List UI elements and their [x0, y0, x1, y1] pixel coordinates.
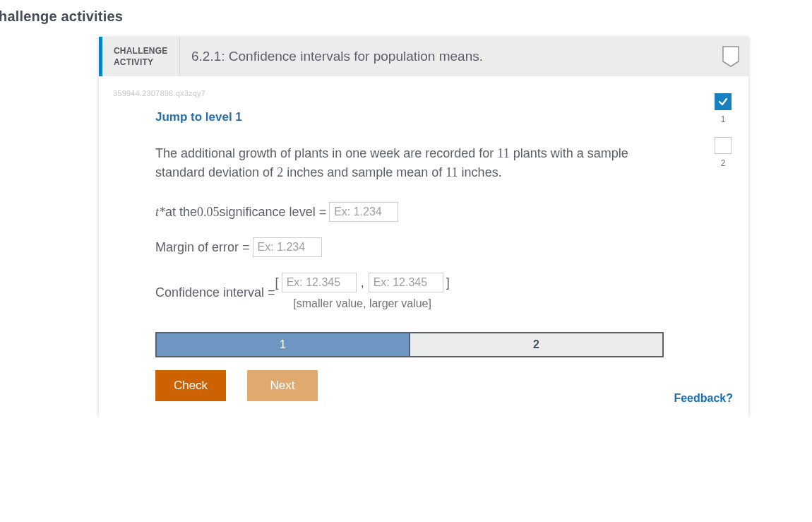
button-row: Check Next — [155, 370, 671, 401]
card-body: 359944.2307896.qx3zqy7 1 2 Jump to level… — [99, 76, 748, 417]
challenge-activity-card: CHALLENGE ACTIVITY 6.2.1: Confidence int… — [99, 37, 748, 417]
empty-box-icon — [715, 137, 732, 154]
prompt-n-plants: 11 — [497, 146, 509, 160]
next-button[interactable]: Next — [247, 370, 318, 401]
tstar-input[interactable] — [329, 202, 398, 222]
ci-label: Confidence interval = — [155, 283, 275, 302]
progress-step-1[interactable]: 1 — [157, 333, 410, 356]
moe-row: Margin of error = — [155, 237, 671, 257]
ci-row: Confidence interval = [ , ] [smaller val… — [155, 273, 671, 312]
tstar-label-suffix: significance level = — [220, 203, 327, 222]
badge-line-2: ACTIVITY — [114, 57, 172, 68]
level-chip-2-label: 2 — [721, 157, 726, 170]
tstar-alpha: 0.05 — [197, 203, 220, 222]
badge-line-1: CHALLENGE — [114, 45, 172, 57]
step-progress-bar: 1 2 — [155, 332, 664, 357]
jump-to-level-link[interactable]: Jump to level 1 — [155, 108, 242, 126]
ci-upper-input[interactable] — [369, 273, 443, 292]
prompt-part3: inches and sample mean of — [283, 165, 446, 179]
page-heading: hallenge activities — [0, 6, 812, 27]
tstar-row: t* at the 0.05 significance level = — [155, 202, 671, 222]
activity-type-badge: CHALLENGE ACTIVITY — [102, 37, 180, 76]
ci-close-bracket: ] — [446, 273, 450, 292]
prompt-part4: inches. — [458, 165, 502, 179]
progress-step-2[interactable]: 2 — [410, 333, 662, 356]
bookmark-pocket-icon[interactable] — [720, 37, 748, 76]
feedback-link[interactable]: Feedback? — [674, 390, 733, 407]
level-chip-1[interactable]: 1 — [714, 93, 732, 126]
prompt-part1: The additional growth of plants in one w… — [155, 146, 497, 160]
ci-separator: , — [359, 273, 366, 292]
level-progress-rail: 1 2 — [713, 93, 733, 170]
session-id: 359944.2307896.qx3zqy7 — [113, 88, 734, 100]
level-chip-2[interactable]: 2 — [714, 137, 732, 170]
ci-input-group: [ , ] [smaller value, larger value] — [275, 273, 450, 312]
card-header: CHALLENGE ACTIVITY 6.2.1: Confidence int… — [99, 37, 748, 76]
check-button[interactable]: Check — [155, 370, 226, 401]
activity-title: 6.2.1: Confidence intervals for populati… — [180, 37, 720, 76]
moe-input[interactable] — [253, 237, 322, 257]
problem-prompt: The additional growth of plants in one w… — [155, 144, 650, 182]
ci-lower-input[interactable] — [282, 273, 357, 292]
ci-open-bracket: [ — [275, 273, 279, 292]
moe-label: Margin of error = — [155, 238, 250, 257]
prompt-mean: 11 — [446, 165, 458, 179]
check-icon — [715, 93, 732, 110]
level-chip-1-label: 1 — [721, 113, 726, 126]
tstar-label-prefix: at the — [165, 203, 197, 222]
activity-content: Jump to level 1 The additional growth of… — [113, 105, 734, 402]
ci-hint: [smaller value, larger value] — [293, 295, 431, 312]
prompt-std-dev: 2 — [277, 165, 283, 179]
tstar-symbol: t* — [155, 203, 165, 222]
